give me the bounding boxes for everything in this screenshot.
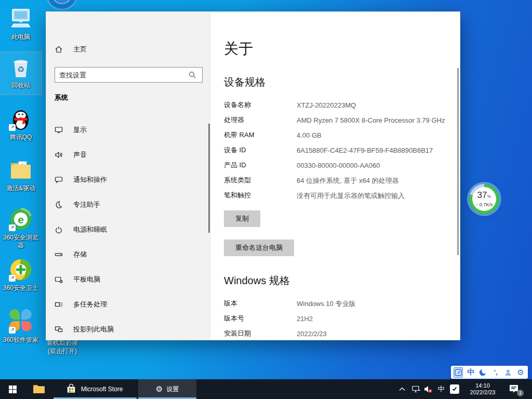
tray-ime-indicator[interactable]: 中	[435, 379, 447, 399]
ime-chinese-icon[interactable]: 中	[466, 367, 475, 378]
desktop-icon-label: 360软件管家	[0, 336, 42, 344]
this-pc-icon	[8, 6, 33, 31]
clock-time: 14:10	[464, 382, 501, 389]
windows-spec-heading: Windows 规格	[224, 274, 445, 288]
folder-icon	[33, 384, 45, 394]
recycle-bin-icon: ♻	[8, 55, 33, 79]
ime-user-icon[interactable]	[503, 367, 513, 378]
tray-network-icon[interactable]	[410, 379, 422, 399]
sidebar-item-sound[interactable]: 声音	[46, 142, 209, 167]
spec-row: 版本号 21H2	[224, 314, 445, 324]
action-center-button[interactable]: 1	[505, 379, 526, 399]
qq-icon: ↗	[8, 107, 33, 131]
sidebar-item-storage[interactable]: 存储	[46, 242, 209, 267]
sidebar-item-notifications[interactable]: 通知和操作	[46, 167, 209, 192]
ime-mode-icon[interactable]	[454, 367, 463, 378]
sidebar-scrollbar[interactable]	[208, 124, 210, 233]
desktop-icon-recycle-bin[interactable]: ♻ 回收站	[0, 52, 42, 95]
svg-text:♻: ♻	[17, 65, 24, 74]
sidebar-item-label: 存储	[73, 250, 87, 259]
sidebar-item-home[interactable]: 主页	[55, 45, 87, 54]
sidebar-section-title: 系统	[55, 93, 68, 102]
content-scrollbar[interactable]	[457, 68, 459, 255]
desktop-icon-label: 激活&驱动	[0, 184, 42, 192]
ime-moon-icon[interactable]	[478, 367, 488, 378]
spec-label: 设备 ID	[224, 146, 297, 155]
spec-row: 安装日期 2022/2/23	[224, 329, 445, 339]
memory-percent: 37	[477, 190, 487, 200]
desktop-icon-this-pc[interactable]: 此电脑	[0, 6, 42, 41]
sidebar-item-label: 通知和操作	[73, 175, 107, 184]
search-box	[55, 67, 203, 83]
spec-label: 系统类型	[224, 176, 297, 185]
spec-value: 21H2	[297, 314, 313, 324]
desktop-icon-360-software-manager[interactable]: ↗ 360软件管家	[0, 308, 42, 344]
spec-row: 产品 ID 00330-80000-00000-AA060	[224, 161, 445, 170]
upload-arrow-icon: ↑	[476, 202, 478, 207]
shortcut-arrow-icon: ↗	[9, 224, 16, 231]
shortcut-arrow-icon: ↗	[9, 124, 16, 131]
sidebar-item-label: 投影到此电脑	[73, 325, 114, 334]
spec-value: 6A15880F-C4E2-47F9-BF59-F4B8890B6B17	[297, 146, 433, 155]
sidebar-item-label: 专注助手	[73, 200, 100, 209]
spec-row: 系统类型 64 位操作系统, 基于 x64 的处理器	[224, 176, 445, 185]
desktop-icon-activation-driver[interactable]: 激活&驱动	[0, 157, 42, 192]
spec-row: 设备名称 XTZJ-20220223MQ	[224, 101, 445, 110]
ime-language-bar: 中 ’, ⚙	[451, 366, 528, 379]
multitask-icon	[55, 300, 63, 309]
copy-button[interactable]: 复制	[224, 210, 260, 227]
spec-value: 没有可用于此显示器的笔或触控输入	[297, 191, 405, 201]
desktop-icon-360-browser[interactable]: e ↗ 360安全浏览器	[0, 207, 42, 249]
sidebar-item-label: 电源和睡眠	[73, 225, 107, 234]
ime-punctuation-icon[interactable]: ’,	[491, 367, 500, 378]
settings-label: 设置	[166, 385, 179, 394]
tray-chevron-up-icon[interactable]	[396, 379, 408, 399]
spec-value: AMD Ryzen 7 5800X 8-Core Processor 3.79 …	[297, 116, 445, 125]
spec-label: 设备名称	[224, 101, 297, 110]
speaker-icon	[55, 151, 63, 159]
spec-value: 64 位操作系统, 基于 x64 的处理器	[297, 176, 398, 185]
tablet-icon	[55, 275, 63, 284]
sidebar-item-projecting[interactable]: 投影到此电脑	[46, 317, 209, 340]
net-speed-value: 0.7K/s	[480, 202, 493, 207]
360-software-manager-icon: ↗	[8, 309, 33, 334]
desktop-icon-readme-label[interactable]: 装机后必读(双击打开)	[44, 339, 81, 355]
svg-text:e: e	[18, 214, 24, 225]
file-explorer-button[interactable]	[30, 379, 48, 399]
sidebar-item-display[interactable]: 显示	[46, 117, 209, 142]
storage-drive-icon	[55, 250, 63, 259]
spec-label: 处理器	[224, 116, 297, 125]
rename-pc-button[interactable]: 重命名这台电脑	[224, 240, 294, 256]
spec-row: 处理器 AMD Ryzen 7 5800X 8-Core Processor 3…	[224, 116, 445, 125]
sidebar-item-tablet[interactable]: 平板电脑	[46, 267, 209, 292]
spec-label: 安装日期	[224, 329, 297, 339]
microsoft-store-icon	[66, 384, 76, 394]
sidebar-item-focus-assist[interactable]: 专注助手	[46, 192, 209, 217]
tray-volume-muted-icon[interactable]	[422, 379, 434, 399]
spec-label: 产品 ID	[224, 161, 297, 170]
taskbar-microsoft-store-button[interactable]: Microsoft Store	[52, 379, 137, 399]
sidebar-item-multitasking[interactable]: 多任务处理	[46, 292, 209, 317]
desktop-icon-tencent-qq[interactable]: ↗ 腾讯QQ	[0, 107, 42, 141]
tray-360-icon[interactable]	[448, 379, 461, 399]
spec-label: 版本号	[224, 314, 297, 324]
spec-value: 2022/2/23	[297, 329, 327, 339]
desktop-icon-360-safeguard[interactable]: ↗ 360安全卫士	[0, 257, 42, 292]
sidebar-item-label: 声音	[73, 150, 87, 159]
power-icon	[55, 225, 63, 234]
taskbar-clock[interactable]: 14:10 2022/2/23	[464, 382, 501, 396]
ime-settings-gear-icon[interactable]: ⚙	[516, 367, 525, 378]
sidebar-item-power-sleep[interactable]: 电源和睡眠	[46, 217, 209, 242]
search-input[interactable]	[55, 71, 189, 79]
spec-row: 设备 ID 6A15880F-C4E2-47F9-BF59-F4B8890B6B…	[224, 146, 445, 155]
search-icon[interactable]	[189, 71, 202, 78]
percent-unit: %	[487, 194, 491, 199]
sidebar-home-label: 主页	[73, 45, 87, 54]
spec-row: 机带 RAM 4.00 GB	[224, 131, 445, 140]
spec-label: 版本	[224, 299, 297, 309]
desktop-icon-label: 此电脑	[0, 33, 42, 41]
shortcut-arrow-icon: ↗	[9, 275, 16, 282]
start-button[interactable]	[0, 379, 25, 399]
net-speed-widget[interactable]: 37% ↑ 0.7K/s	[469, 184, 499, 214]
taskbar-settings-button[interactable]: ⚙ 设置	[138, 379, 196, 399]
